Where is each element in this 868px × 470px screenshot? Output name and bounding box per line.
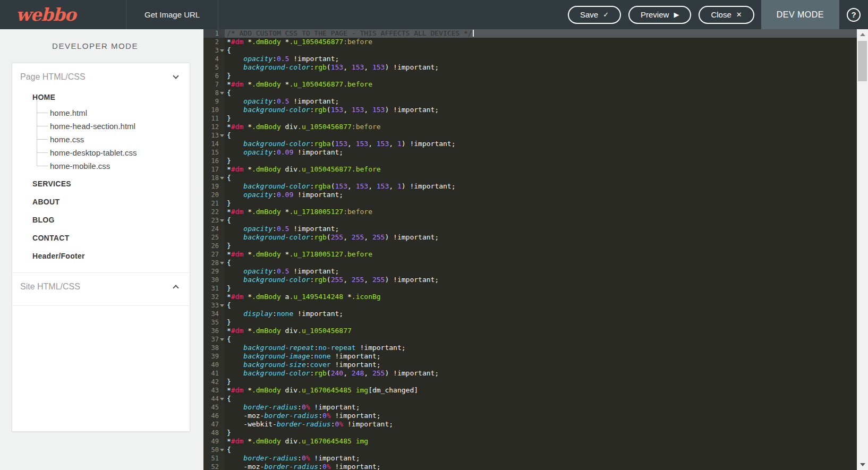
fold-icon[interactable] [220, 134, 224, 137]
code-text[interactable]: *#dm *.dmBody *.u_1050456877:before [225, 38, 857, 46]
code-text[interactable]: -webkit-border-radius:0% !important; [225, 420, 857, 429]
code-text[interactable]: *#dm *.dmBody *.u_1050456877.before [225, 80, 857, 89]
code-line[interactable]: 39 background-image:none !important; [203, 352, 857, 361]
scroll-down-button[interactable] [857, 459, 868, 470]
code-line[interactable]: 37{ [203, 335, 857, 344]
code-text[interactable]: *#dm *.dmBody div.u_1670645485 img[dm_ch… [225, 386, 857, 395]
code-text[interactable]: background-color:rgb(255, 255, 255) !imp… [225, 233, 857, 242]
code-line[interactable]: 38 background-repeat:no-repeat !importan… [203, 344, 857, 352]
code-line[interactable]: 52 -moz-border-radius:0% !important; [203, 463, 857, 470]
fold-icon[interactable] [220, 262, 224, 264]
code-text[interactable]: } [225, 429, 857, 437]
code-line[interactable]: 8{ [203, 89, 857, 97]
fold-icon[interactable] [220, 338, 224, 341]
code-text[interactable]: } [225, 157, 857, 165]
code-text[interactable]: /* ADD CUSTOM CSS TO THE PAGE - THIS AFF… [225, 29, 857, 38]
code-text[interactable]: } [225, 318, 857, 327]
code-text[interactable]: } [225, 284, 857, 293]
code-line[interactable]: 10 background-color:rgb(153, 153, 153) !… [203, 106, 857, 114]
code-line[interactable]: 9 opacity:0.5 !important; [203, 97, 857, 106]
code-text[interactable]: -moz-border-radius:0% !important; [225, 412, 857, 420]
code-text[interactable]: { [225, 46, 857, 55]
code-text[interactable]: background-color:rgb(240, 248, 255) !imp… [225, 369, 857, 378]
code-line[interactable]: 24 opacity:0.5 !important; [203, 225, 857, 233]
code-text[interactable]: display:none !important; [225, 310, 857, 318]
code-line[interactable]: 35} [203, 318, 857, 327]
code-line[interactable]: 26} [203, 242, 857, 250]
code-line[interactable]: 32*#dm *.dmBody a.u_1495414248 *.iconBg [203, 293, 857, 301]
code-line[interactable]: 49*#dm *.dmBody div.u_1670645485 img [203, 437, 857, 446]
code-line[interactable]: 28{ [203, 259, 857, 267]
code-text[interactable]: { [225, 446, 857, 454]
code-text[interactable]: *#dm *.dmBody div.u_1050456877:before [225, 123, 857, 131]
code-text[interactable]: opacity:0.09 !important; [225, 191, 857, 199]
code-text[interactable]: } [225, 378, 857, 386]
code-line[interactable]: 19 background-color:rgba(153, 153, 153, … [203, 182, 857, 191]
code-text[interactable]: *#dm *.dmBody *.u_1718005127:before [225, 208, 857, 216]
code-text[interactable]: background-color:rgb(153, 153, 153) !imp… [225, 63, 857, 72]
code-text[interactable]: opacity:0.09 !important; [225, 148, 857, 157]
code-line[interactable]: 2*#dm *.dmBody *.u_1050456877:before [203, 38, 857, 46]
code-line[interactable]: 27*#dm *.dmBody *.u_1718005127.before [203, 250, 857, 259]
code-text[interactable]: border-radius:0% !important; [225, 454, 857, 463]
code-editor[interactable]: 1/* ADD CUSTOM CSS TO THE PAGE - THIS AF… [203, 29, 857, 470]
code-line[interactable]: 17*#dm *.dmBody div.u_1050456877.before [203, 165, 857, 174]
sidebar-page-contact[interactable]: CONTACT [12, 229, 190, 247]
code-text[interactable]: background-color:rgba(153, 153, 153, 1) … [225, 140, 857, 148]
code-text[interactable]: { [225, 89, 857, 97]
code-text[interactable]: *#dm *.dmBody *.u_1718005127.before [225, 250, 857, 259]
code-line[interactable]: 4 opacity:0.5 !important; [203, 55, 857, 63]
code-line[interactable]: 14 background-color:rgba(153, 153, 153, … [203, 140, 857, 148]
code-line[interactable]: 7*#dm *.dmBody *.u_1050456877.before [203, 80, 857, 89]
sidebar-page-header-footer[interactable]: Header/Footer [12, 247, 190, 265]
code-line[interactable]: 43*#dm *.dmBody div.u_1670645485 img[dm_… [203, 386, 857, 395]
code-line[interactable]: 25 background-color:rgb(255, 255, 255) !… [203, 233, 857, 242]
code-text[interactable]: { [225, 216, 857, 225]
fold-icon[interactable] [220, 304, 224, 307]
code-text[interactable]: background-color:rgba(153, 153, 153, 1) … [225, 182, 857, 191]
code-text[interactable]: background-image:none !important; [225, 352, 857, 361]
code-line[interactable]: 46 -moz-border-radius:0% !important; [203, 412, 857, 420]
code-line[interactable]: 23{ [203, 216, 857, 225]
code-text[interactable]: } [225, 114, 857, 123]
editor-scrollbar[interactable] [857, 29, 868, 470]
code-line[interactable]: 22*#dm *.dmBody *.u_1718005127:before [203, 208, 857, 216]
code-text[interactable]: border-radius:0% !important; [225, 403, 857, 412]
scroll-up-button[interactable] [857, 29, 868, 40]
code-line[interactable]: 11} [203, 114, 857, 123]
code-text[interactable]: opacity:0.5 !important; [225, 225, 857, 233]
file-item[interactable]: home-mobile.css [12, 159, 190, 173]
help-icon[interactable]: ? [847, 8, 861, 22]
code-line[interactable]: 12*#dm *.dmBody div.u_1050456877:before [203, 123, 857, 131]
code-text[interactable]: opacity:0.5 !important; [225, 267, 857, 276]
code-line[interactable]: 1/* ADD CUSTOM CSS TO THE PAGE - THIS AF… [203, 29, 857, 38]
code-text[interactable]: *#dm *.dmBody div.u_1050456877.before [225, 165, 857, 174]
code-text[interactable]: -moz-border-radius:0% !important; [225, 463, 857, 470]
code-line[interactable]: 30 background-color:rgb(255, 255, 255) !… [203, 276, 857, 284]
scrollbar-thumb[interactable] [858, 41, 867, 81]
code-text[interactable]: opacity:0.5 !important; [225, 55, 857, 63]
code-text[interactable]: *#dm *.dmBody div.u_1670645485 img [225, 437, 857, 446]
fold-icon[interactable] [220, 219, 224, 222]
code-text[interactable]: } [225, 242, 857, 250]
code-text[interactable]: { [225, 301, 857, 310]
code-text[interactable]: *#dm *.dmBody div.u_1050456877 [225, 327, 857, 335]
save-button[interactable]: Save ✓ [568, 6, 621, 24]
code-line[interactable]: 29 opacity:0.5 !important; [203, 267, 857, 276]
code-text[interactable]: background-repeat:no-repeat !important; [225, 344, 857, 352]
code-text[interactable]: { [225, 131, 857, 140]
close-button[interactable]: Close ✕ [699, 6, 754, 24]
code-line[interactable]: 36*#dm *.dmBody div.u_1050456877 [203, 327, 857, 335]
fold-icon[interactable] [220, 92, 224, 95]
sidebar-page-about[interactable]: ABOUT [12, 193, 190, 211]
fold-icon[interactable] [220, 49, 224, 52]
fold-icon[interactable] [220, 449, 224, 451]
code-line[interactable]: 34 display:none !important; [203, 310, 857, 318]
code-text[interactable]: opacity:0.5 !important; [225, 97, 857, 106]
code-line[interactable]: 3{ [203, 46, 857, 55]
code-line[interactable]: 44{ [203, 395, 857, 403]
code-text[interactable]: } [225, 72, 857, 80]
code-text[interactable]: background-color:rgb(255, 255, 255) !imp… [225, 276, 857, 284]
code-line[interactable]: 21} [203, 199, 857, 208]
code-text[interactable]: *#dm *.dmBody a.u_1495414248 *.iconBg [225, 293, 857, 301]
